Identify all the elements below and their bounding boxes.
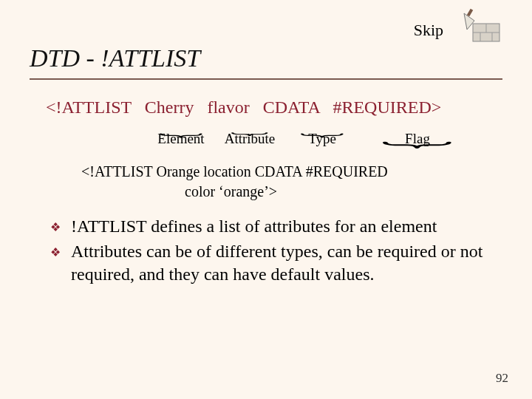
skip-link[interactable]: Skip [414,21,443,40]
brace-icon: ⏟ [351,120,484,124]
page-number: 92 [496,371,508,386]
brace-icon: ⏟ [141,120,221,124]
list-item: ❖ !ATTLIST defines a list of attributes … [50,215,502,239]
bullet-text: Attributes can be of different types, ca… [71,242,482,284]
slide-title: DTD - !ATTLIST [30,44,502,72]
diamond-bullet-icon: ❖ [50,245,61,260]
svg-rect-6 [467,9,473,17]
diamond-bullet-icon: ❖ [50,219,61,235]
list-item: ❖ Attributes can be of different types, … [50,240,502,287]
annotation-row: ⏟ Element ⏟ Attribute ⏟ Type ⏟ Flag [148,120,502,147]
example-block: <!ATTLIST Orange location CDATA #REQUIRE… [81,162,502,202]
bullet-list: ❖ !ATTLIST defines a list of attributes … [50,215,502,287]
example-line-2: color ‘orange’> [185,182,502,202]
trowel-brick-icon [451,7,502,47]
example-line-1: <!ATTLIST Orange location CDATA #REQUIRE… [81,162,502,182]
bullet-text: !ATTLIST defines a list of attributes fo… [71,216,437,236]
title-divider [30,78,502,80]
brace-icon: ⏟ [211,120,289,124]
